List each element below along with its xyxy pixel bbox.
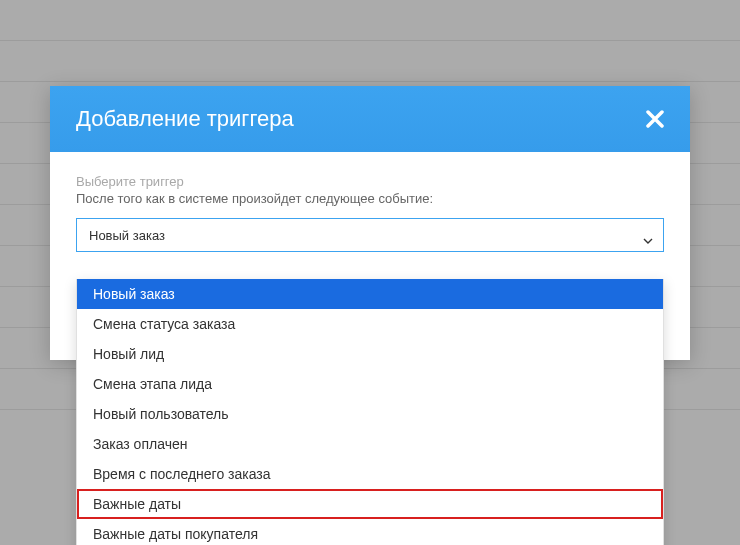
dropdown-option[interactable]: Смена этапа лида [77, 369, 663, 399]
dropdown-option[interactable]: Новый заказ [77, 279, 663, 309]
modal-header: Добавление триггера [50, 86, 690, 152]
trigger-select-label: Выберите триггер [76, 174, 664, 189]
dropdown-option[interactable]: Новый лид [77, 339, 663, 369]
trigger-select[interactable]: Новый заказ [76, 218, 664, 252]
dropdown-option[interactable]: Смена статуса заказа [77, 309, 663, 339]
dropdown-option[interactable]: Важные даты покупателя [77, 519, 663, 545]
dropdown-option[interactable]: Время с последнего заказа [77, 459, 663, 489]
chevron-down-icon [643, 232, 653, 238]
trigger-select-dropdown: Новый заказСмена статуса заказаНовый лид… [76, 279, 664, 545]
dropdown-option[interactable]: Заказ оплачен [77, 429, 663, 459]
dropdown-option[interactable]: Новый пользователь [77, 399, 663, 429]
trigger-select-value: Новый заказ [89, 228, 165, 243]
trigger-select-hint: После того как в системе произойдет след… [76, 191, 664, 206]
modal-title: Добавление триггера [76, 106, 294, 132]
close-icon[interactable] [646, 106, 664, 132]
dropdown-option[interactable]: Важные даты [77, 489, 663, 519]
